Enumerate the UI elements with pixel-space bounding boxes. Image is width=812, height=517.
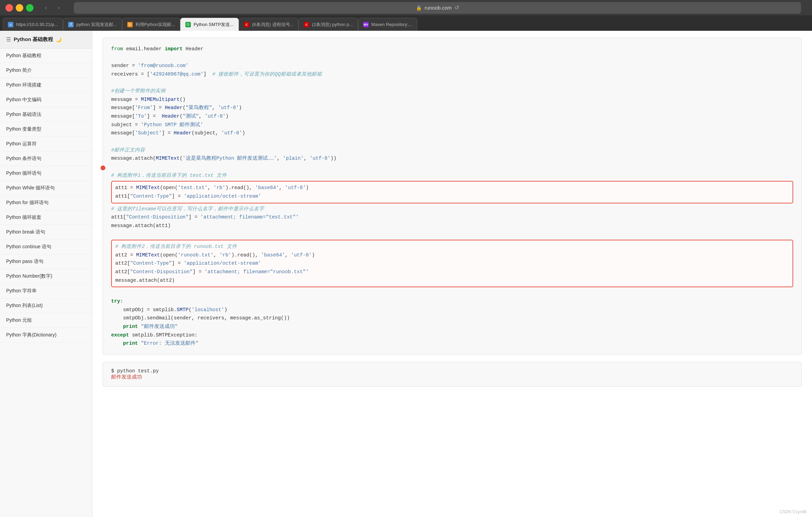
code-token: message[ bbox=[111, 112, 135, 121]
code-line bbox=[111, 163, 793, 171]
code-token: 'attachment; filename="test.txt"' bbox=[200, 213, 299, 222]
code-line bbox=[111, 230, 793, 238]
sidebar-header: ☰ Python 基础教程 🌙 bbox=[0, 31, 92, 49]
breakpoint-dot bbox=[101, 165, 105, 170]
sidebar-item-15[interactable]: Python Number(数字) bbox=[0, 269, 92, 284]
code-token: [ bbox=[147, 70, 150, 79]
code-token: , bbox=[304, 154, 310, 163]
sidebar-item-3[interactable]: Python 中文编码 bbox=[0, 93, 92, 107]
sidebar-item-2[interactable]: Python 环境搭建 bbox=[0, 78, 92, 93]
code-token: , bbox=[277, 154, 283, 163]
traffic-light-green[interactable] bbox=[26, 4, 34, 12]
browser-tab-tab2[interactable]: 犬 python 实现发送邮... bbox=[63, 18, 122, 31]
sidebar-item-5[interactable]: Python 变量类型 bbox=[0, 122, 92, 137]
tab-favicon: C bbox=[244, 22, 249, 27]
code-token: att2[ bbox=[115, 268, 130, 276]
code-token: : bbox=[120, 297, 123, 306]
address-bar[interactable]: 🔒 runoob.com ↺ bbox=[74, 2, 801, 14]
sidebar: ☰ Python 基础教程 🌙 Python 基础教程Python 简介Pyth… bbox=[0, 31, 92, 517]
code-line: message.attach( MIMEText ( '这是菜鸟教程Python… bbox=[111, 154, 793, 163]
code-token: "菜鸟教程" bbox=[186, 104, 212, 112]
sidebar-item-17[interactable]: Python 列表(List) bbox=[0, 299, 92, 313]
sidebar-item-19[interactable]: Python 字典(Dictionary) bbox=[0, 328, 92, 343]
sidebar-item-6[interactable]: Python 运算符 bbox=[0, 137, 92, 151]
code-token: '429240967@qq.com' bbox=[150, 70, 204, 79]
browser-tab-tab3[interactable]: 知 利用Python实现邮... bbox=[122, 18, 180, 31]
traffic-light-yellow[interactable] bbox=[16, 4, 23, 12]
forward-button[interactable]: › bbox=[53, 2, 64, 13]
code-line: att2[ "Content-Disposition" ] = 'attachm… bbox=[115, 268, 789, 276]
code-token: , bbox=[285, 251, 291, 260]
code-token: 'utf-8' bbox=[205, 112, 226, 121]
code-token: receivers = bbox=[111, 70, 147, 79]
code-token: , bbox=[279, 184, 285, 192]
sidebar-item-16[interactable]: Python 字符串 bbox=[0, 284, 92, 299]
browser-tab-tab7[interactable]: MV Maven Repository:... bbox=[358, 18, 417, 31]
code-token: att1[ bbox=[115, 192, 130, 201]
code-token: "测试" bbox=[183, 112, 199, 121]
code-line: message.attach(att2) bbox=[115, 276, 789, 285]
code-token: ) bbox=[226, 112, 229, 121]
browser-tab-tab4[interactable]: ⊙ Python SMTP发送... bbox=[180, 18, 239, 31]
code-token: MIMEText bbox=[136, 184, 160, 192]
code-token: "Error: 无法发送邮件" bbox=[141, 339, 198, 348]
code-token: Header bbox=[183, 45, 204, 53]
code-line: smtpObj.sendmail(sender, receivers, mess… bbox=[111, 314, 793, 322]
code-line: #邮件正文内容 bbox=[111, 146, 793, 155]
code-token bbox=[138, 339, 141, 348]
code-line: message[ 'To' ] = Header ( "测试" , 'utf-8… bbox=[111, 112, 793, 121]
code-token: email.header bbox=[123, 45, 165, 53]
code-line: message.attach(att1) bbox=[111, 222, 793, 230]
browser-tab-tab6[interactable]: C (2条消息) python p... bbox=[299, 18, 358, 31]
code-token: 'utf-8' bbox=[285, 184, 306, 192]
code-token: 'base64' bbox=[261, 251, 285, 260]
code-token: ] = bbox=[193, 268, 205, 276]
code-token: import bbox=[165, 45, 183, 53]
sidebar-item-9[interactable]: Python While 循环语句 bbox=[0, 181, 92, 196]
code-token: message.attach(att2) bbox=[115, 276, 175, 285]
code-token: () bbox=[180, 95, 185, 104]
tab-label: (2条消息) python p... bbox=[312, 22, 353, 28]
traffic-light-red[interactable] bbox=[5, 4, 13, 12]
code-token: SMTP bbox=[176, 306, 188, 314]
sidebar-item-8[interactable]: Python 循环语句 bbox=[0, 166, 92, 181]
sidebar-item-0[interactable]: Python 基础教程 bbox=[0, 49, 92, 63]
sidebar-item-4[interactable]: Python 基础语法 bbox=[0, 107, 92, 122]
code-token: 'test.txt' bbox=[178, 184, 208, 192]
reload-button[interactable]: ↺ bbox=[455, 4, 459, 11]
back-button[interactable]: ‹ bbox=[40, 2, 51, 13]
code-token bbox=[111, 339, 123, 348]
sidebar-item-7[interactable]: Python 条件语句 bbox=[0, 151, 92, 166]
code-token: #创建一个带附件的实例 bbox=[111, 87, 166, 95]
browser-tabs: ≡ https://10.0.30.21/p... 犬 python 实现发送邮… bbox=[0, 15, 812, 31]
terminal-command: $ python test.py bbox=[111, 368, 793, 374]
browser-tab-tab5[interactable]: C (6条消息) 进程信号... bbox=[239, 18, 299, 31]
tab-label: https://10.0.30.21/p... bbox=[16, 22, 58, 27]
traffic-lights bbox=[5, 4, 34, 12]
sidebar-item-12[interactable]: Python break 语句 bbox=[0, 225, 92, 240]
sidebar-item-14[interactable]: Python pass 语句 bbox=[0, 254, 92, 269]
tab-label: Maven Repository:... bbox=[371, 22, 412, 27]
sidebar-items-container: Python 基础教程Python 简介Python 环境搭建Python 中文… bbox=[0, 49, 92, 343]
code-line: att2 = MIMEText (open( 'runoob.txt' , 'r… bbox=[115, 251, 789, 260]
code-token: '这是菜鸟教程Python 邮件发送测试……' bbox=[183, 154, 277, 163]
sidebar-item-18[interactable]: Python 元组 bbox=[0, 313, 92, 328]
code-token: ( bbox=[188, 306, 192, 314]
code-token: ] = bbox=[153, 104, 165, 112]
sidebar-item-13[interactable]: Python continue 语句 bbox=[0, 240, 92, 254]
code-line: except smtplib.SMTPException: bbox=[111, 331, 793, 340]
code-token: 'from@runoob.com' bbox=[138, 62, 188, 70]
code-token: ] = bbox=[172, 192, 184, 201]
code-token: 'rb' bbox=[213, 184, 225, 192]
nav-buttons: ‹ › bbox=[40, 2, 64, 13]
code-token: # 构造附件1，传送当前目录下的 test.txt 文件 bbox=[111, 171, 227, 180]
sidebar-item-11[interactable]: Python 循环嵌套 bbox=[0, 210, 92, 225]
code-line: att1[ "Content-Type" ] = 'application/oc… bbox=[115, 192, 789, 201]
tab-favicon: ≡ bbox=[8, 22, 13, 27]
code-token: ) bbox=[242, 129, 245, 137]
main-code-block: from email.header import Header sender =… bbox=[103, 38, 802, 355]
code-token: MIMEText bbox=[156, 154, 180, 163]
sidebar-item-1[interactable]: Python 简介 bbox=[0, 63, 92, 78]
browser-tab-tab1[interactable]: ≡ https://10.0.30.21/p... bbox=[3, 18, 63, 31]
sidebar-item-10[interactable]: Python for 循环语句 bbox=[0, 196, 92, 210]
